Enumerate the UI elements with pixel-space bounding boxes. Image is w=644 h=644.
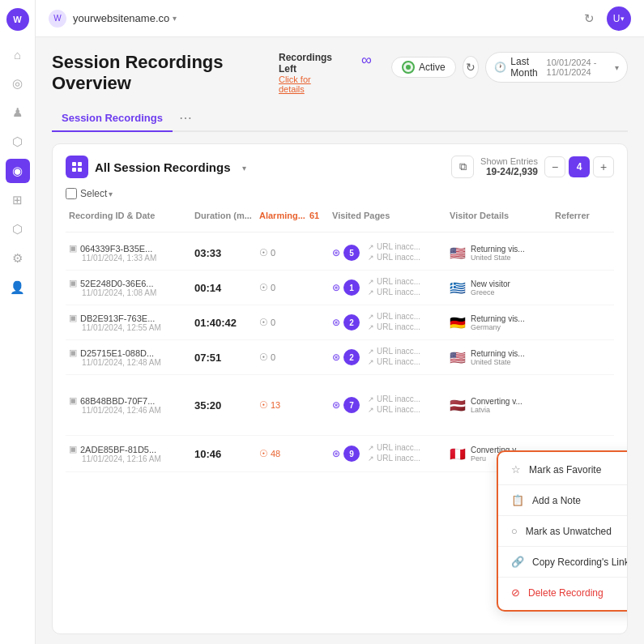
recording-id: 68B48BBD-70F7... bbox=[80, 396, 155, 406]
select-label[interactable]: Select bbox=[80, 188, 107, 199]
dropdown-label-delete: Delete Recording bbox=[528, 587, 603, 599]
table-card: All Session Recordings ▾ ⧉ Shown Entries… bbox=[52, 143, 628, 634]
refresh-button[interactable]: ↻ bbox=[463, 56, 480, 79]
recording-id: DB2E913F-763E... bbox=[80, 313, 155, 323]
video-icon: ▣ bbox=[69, 313, 77, 323]
table-row: ▣ 68B48BBD-70F7... 11/01/2024, 12:46 AM … bbox=[66, 375, 614, 436]
clock-icon: 🕐 bbox=[494, 62, 506, 73]
sidebar-item-shield[interactable]: ⬡ bbox=[6, 217, 30, 241]
active-label: Active bbox=[419, 62, 446, 73]
sidebar-item-funnel[interactable]: ⬡ bbox=[6, 130, 30, 154]
video-icon: ▣ bbox=[69, 278, 77, 288]
page-prev-button[interactable]: − bbox=[544, 156, 565, 177]
url-2: URL inacc... bbox=[377, 454, 420, 463]
shown-entries-range: 19-24/2,939 bbox=[480, 166, 538, 177]
pages-count: 1 bbox=[343, 279, 360, 296]
dropdown-label-favorite: Mark as Favorite bbox=[529, 464, 601, 476]
dropdown-item-note[interactable]: 📋 Add a Note bbox=[498, 488, 628, 513]
visitor-type: Returning vis... bbox=[471, 245, 525, 254]
main-area: W yourwebsitename.co ▾ ↻ U ▾ Session Rec… bbox=[36, 0, 644, 644]
dropdown-label-note: Add a Note bbox=[532, 495, 581, 506]
cell-pages: ⊛ 7 ↗URL inacc... ↗URL inacc... bbox=[329, 395, 446, 416]
site-selector[interactable]: yourwebsitename.co ▾ bbox=[73, 12, 177, 24]
col-header-id: Recording ID & Date bbox=[66, 211, 191, 227]
duration-value: 00:14 bbox=[194, 282, 221, 294]
svg-rect-3 bbox=[78, 168, 82, 172]
site-favicon: W bbox=[49, 10, 66, 28]
sidebar-item-heatmap[interactable]: ⊞ bbox=[6, 188, 30, 212]
select-row: Select ▾ bbox=[66, 188, 614, 199]
cell-visitor: 🇺🇸 Returning vis... United State bbox=[446, 349, 552, 366]
recording-id: 064339F3-B35E... bbox=[80, 244, 152, 254]
alarm-icon: ☉ bbox=[259, 282, 268, 293]
chevron-down-icon: ▾ bbox=[615, 63, 619, 72]
cell-duration: 03:33 bbox=[191, 247, 256, 259]
tab-session-recordings[interactable]: Session Recordings bbox=[52, 105, 173, 132]
recordings-left-link[interactable]: Click for details bbox=[279, 75, 339, 94]
cell-visitor: 🇬🇷 New visitor Greece bbox=[446, 279, 552, 296]
pages-icon: ⊛ bbox=[332, 247, 340, 258]
select-all-checkbox[interactable] bbox=[66, 188, 77, 199]
pages-count: 9 bbox=[343, 446, 360, 462]
visitor-flag: 🇬🇷 bbox=[450, 280, 466, 296]
dropdown-divider-3 bbox=[498, 546, 628, 547]
table-row: ▣ D25715E1-088D... 11/01/2024, 12:48 AM … bbox=[66, 340, 614, 375]
dropdown-item-copy-link[interactable]: 🔗 Copy Recording's Link bbox=[498, 549, 628, 574]
active-status-button[interactable]: Active bbox=[391, 57, 456, 78]
video-icon: ▣ bbox=[69, 243, 77, 254]
visitor-flag: 🇵🇪 bbox=[450, 446, 466, 462]
cell-visitor: 🇺🇸 Returning vis... United State bbox=[446, 245, 552, 262]
cell-id: ▣ 52E248D0-36E6... 11/01/2024, 1:08 AM bbox=[66, 278, 191, 297]
dropdown-item-unwatched[interactable]: ○ Mark as Unwatched bbox=[498, 518, 628, 544]
alarm-count: 0 bbox=[271, 283, 275, 292]
url-1: URL inacc... bbox=[377, 277, 420, 286]
dropdown-divider-4 bbox=[498, 577, 628, 578]
cell-alarms: ☉ 0 bbox=[256, 247, 329, 258]
date-range-selector[interactable]: 🕐 Last Month 10/01/2024 - 11/01/2024 ▾ bbox=[485, 52, 628, 83]
user-avatar[interactable]: U ▾ bbox=[607, 6, 631, 31]
page-next-button[interactable]: + bbox=[593, 156, 614, 177]
avatar-chevron: ▾ bbox=[621, 15, 625, 23]
recordings-left-section: Recordings Left Click for details bbox=[279, 52, 339, 94]
topbar-refresh-button[interactable]: ↻ bbox=[578, 7, 600, 30]
visitor-type: Returning vis... bbox=[471, 314, 525, 323]
sidebar-item-analytics[interactable]: ◎ bbox=[6, 71, 30, 96]
cell-alarms: ☉ 0 bbox=[256, 317, 329, 328]
cell-id: ▣ DB2E913F-763E... 11/01/2024, 12:55 AM bbox=[66, 313, 191, 332]
table-title: All Session Recordings bbox=[95, 160, 231, 174]
sidebar-logo: W bbox=[6, 8, 29, 31]
pages-icon: ⊛ bbox=[332, 352, 340, 363]
recordings-left-label: Recordings Left bbox=[279, 52, 339, 75]
col-header-alarming: Alarming... 61 bbox=[256, 211, 329, 227]
content-area: Session Recordings Overview Recordings L… bbox=[36, 37, 644, 644]
url-1: URL inacc... bbox=[377, 347, 420, 356]
visitor-country: United State bbox=[471, 254, 525, 262]
cell-pages: ⊛ 2 ↗URL inacc... ↗URL inacc... bbox=[329, 312, 446, 333]
dropdown-item-favorite[interactable]: ☆ Mark as Favorite bbox=[498, 457, 628, 482]
alarming-badge: 61 bbox=[309, 211, 319, 220]
visitor-country: Germany bbox=[471, 323, 525, 331]
star-icon: ☆ bbox=[511, 463, 521, 476]
col-header-referrer: Referrer bbox=[552, 211, 628, 227]
sidebar-item-team[interactable]: 👤 bbox=[6, 275, 30, 300]
sidebar-item-settings[interactable]: ⚙ bbox=[6, 246, 30, 271]
page-header: Session Recordings Overview Recordings L… bbox=[52, 52, 628, 94]
topbar: W yourwebsitename.co ▾ ↻ U ▾ bbox=[36, 0, 644, 37]
alarm-count: 13 bbox=[271, 400, 280, 410]
table-chevron[interactable]: ▾ bbox=[242, 160, 246, 174]
dropdown-item-delete[interactable]: ⊘ Delete Recording bbox=[498, 580, 628, 605]
table-row: ▣ DB2E913F-763E... 11/01/2024, 12:55 AM … bbox=[66, 305, 614, 340]
cell-id: ▣ 2ADE85BF-81D5... 11/01/2024, 12:16 AM bbox=[66, 444, 191, 463]
tab-more-button[interactable]: ⋯ bbox=[173, 107, 198, 129]
url-1: URL inacc... bbox=[377, 242, 420, 251]
date-range-value: 10/01/2024 - 11/01/2024 bbox=[547, 58, 611, 77]
pages-icon: ⊛ bbox=[332, 317, 340, 328]
visitor-country: Greece bbox=[471, 288, 510, 296]
col-header-duration: Duration (m... bbox=[191, 211, 256, 227]
sidebar-item-users[interactable]: ♟ bbox=[6, 100, 30, 125]
cell-pages: ⊛ 5 ↗URL inacc... ↗URL inacc... bbox=[329, 242, 446, 263]
filter-button[interactable]: ⧉ bbox=[451, 156, 474, 178]
recording-date: 11/01/2024, 1:33 AM bbox=[82, 254, 188, 262]
sidebar-item-home[interactable]: ⌂ bbox=[6, 42, 30, 66]
sidebar-item-recordings[interactable]: ◉ bbox=[6, 159, 30, 183]
